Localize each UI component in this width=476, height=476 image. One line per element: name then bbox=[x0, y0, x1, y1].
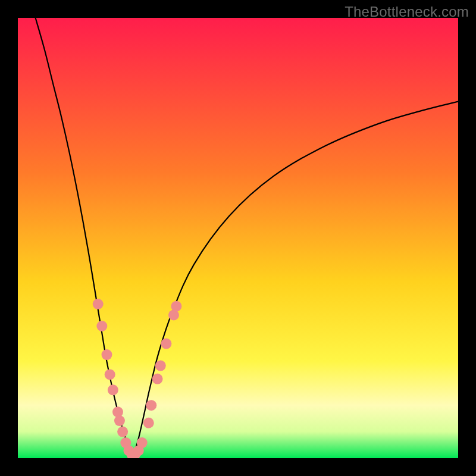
marker-dot bbox=[96, 321, 107, 331]
marker-dot bbox=[112, 406, 123, 417]
marker-dot bbox=[161, 339, 171, 349]
plot-area bbox=[18, 18, 458, 458]
marker-dot bbox=[93, 299, 104, 309]
marker-dot bbox=[137, 437, 148, 448]
marker-dot bbox=[143, 418, 154, 428]
gradient-background bbox=[18, 18, 458, 458]
outer-frame: TheBottleneck.com bbox=[0, 0, 476, 476]
marker-dot bbox=[105, 369, 115, 380]
marker-dot bbox=[117, 427, 128, 437]
marker-dot bbox=[108, 384, 118, 395]
marker-dot bbox=[171, 301, 181, 312]
chart-canvas bbox=[18, 18, 458, 458]
marker-dot bbox=[152, 374, 163, 384]
marker-dot bbox=[146, 400, 156, 411]
marker-dot bbox=[114, 415, 125, 426]
marker-dot bbox=[101, 349, 112, 360]
marker-dot bbox=[155, 361, 166, 371]
